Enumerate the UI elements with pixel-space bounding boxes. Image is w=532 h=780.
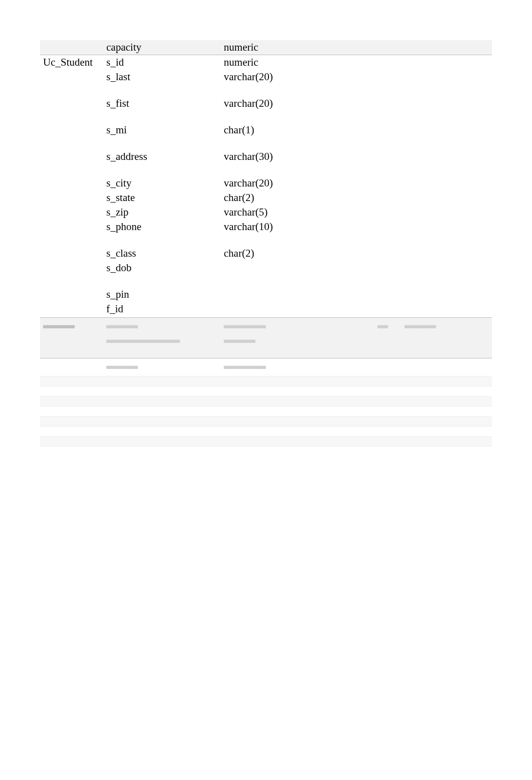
cell-d — [402, 70, 492, 96]
table-row: s_fistvarchar(20) — [40, 96, 492, 123]
cell-table — [40, 302, 103, 316]
cell-d — [402, 40, 492, 55]
cell-type: varchar(10) — [221, 220, 320, 246]
cell-field: f_id — [103, 302, 221, 316]
cell-table — [40, 96, 103, 123]
document-page: capacitynumericUc_Students_idnumerics_la… — [0, 0, 532, 456]
cell-a — [320, 190, 347, 205]
cell-table — [40, 149, 103, 176]
cell-d — [402, 96, 492, 123]
cell-c — [374, 287, 401, 302]
cell-a — [320, 261, 347, 287]
cell-d — [402, 190, 492, 205]
faded-row: ▬▬▬▬▬▬▬▬▬▬ — [40, 332, 492, 347]
table-row: s_michar(1) — [40, 123, 492, 149]
cell-b — [347, 96, 374, 123]
cell-table — [40, 40, 103, 55]
cell-c — [374, 220, 401, 246]
cell-a — [320, 287, 347, 302]
cell-c — [374, 149, 401, 176]
cell-d — [402, 261, 492, 287]
cell-b — [347, 261, 374, 287]
cell-type — [221, 302, 320, 316]
table-row: s_zipvarchar(5) — [40, 205, 492, 220]
cell-table — [40, 261, 103, 287]
cell-b — [347, 70, 374, 96]
cell-type: varchar(20) — [221, 70, 320, 96]
cell-type: varchar(20) — [221, 96, 320, 123]
cell-field: s_id — [103, 55, 221, 70]
cell-field: s_dob — [103, 261, 221, 287]
schema-table: capacitynumericUc_Students_idnumerics_la… — [40, 40, 492, 316]
cell-a — [320, 55, 347, 70]
cell-b — [347, 287, 374, 302]
cell-a — [320, 96, 347, 123]
cell-a — [320, 246, 347, 261]
cell-table — [40, 205, 103, 220]
cell-b — [347, 205, 374, 220]
cell-a — [320, 302, 347, 316]
cell-c — [374, 123, 401, 149]
cell-field: s_fist — [103, 96, 221, 123]
cell-c — [374, 70, 401, 96]
cell-d — [402, 287, 492, 302]
cell-d — [402, 176, 492, 190]
cell-d — [402, 149, 492, 176]
cell-table — [40, 70, 103, 96]
cell-type: char(1) — [221, 123, 320, 149]
cell-type — [221, 287, 320, 302]
cell-b — [347, 220, 374, 246]
cell-d — [402, 55, 492, 70]
cell-a — [320, 149, 347, 176]
cell-b — [347, 55, 374, 70]
cell-a — [320, 220, 347, 246]
cell-c — [374, 190, 401, 205]
cell-field: s_address — [103, 149, 221, 176]
cell-b — [347, 40, 374, 55]
cell-d — [402, 220, 492, 246]
cell-b — [347, 176, 374, 190]
cell-type: varchar(20) — [221, 176, 320, 190]
cell-field: s_mi — [103, 123, 221, 149]
table-row: s_classchar(2) — [40, 246, 492, 261]
cell-type: char(2) — [221, 246, 320, 261]
cell-d — [402, 205, 492, 220]
cell-field: s_city — [103, 176, 221, 190]
table-row: s_dob — [40, 261, 492, 287]
cell-b — [347, 149, 374, 176]
cell-field: s_pin — [103, 287, 221, 302]
cell-table — [40, 287, 103, 302]
cell-table — [40, 176, 103, 190]
cell-field: s_state — [103, 190, 221, 205]
schema-table-faded: ▬▬▬▬▬▬▬▬▬▬ ▬▬▬▬ ▬▬▬▬▬▬▬▬▬▬ ▬▬▬▬▬▬▬ — [40, 317, 492, 373]
cell-c — [374, 176, 401, 190]
cell-field: capacity — [103, 40, 221, 55]
cell-c — [374, 246, 401, 261]
cell-type: char(2) — [221, 190, 320, 205]
table-row: s_phonevarchar(10) — [40, 220, 492, 246]
cell-field: s_class — [103, 246, 221, 261]
cell-type: varchar(5) — [221, 205, 320, 220]
cell-type: varchar(30) — [221, 149, 320, 176]
cell-c — [374, 55, 401, 70]
table-row: capacitynumeric — [40, 40, 492, 55]
cell-type: numeric — [221, 40, 320, 55]
faded-row: ▬▬▬▬▬▬▬▬▬▬ ▬▬▬▬ — [40, 318, 492, 333]
faded-row — [40, 347, 492, 358]
cell-c — [374, 96, 401, 123]
cell-b — [347, 246, 374, 261]
empty-striped-rows — [40, 376, 492, 456]
cell-d — [402, 123, 492, 149]
cell-table: Uc_Student — [40, 55, 103, 70]
table-row: s_addressvarchar(30) — [40, 149, 492, 176]
cell-a — [320, 176, 347, 190]
table-row: Uc_Students_idnumeric — [40, 55, 492, 70]
cell-field: s_phone — [103, 220, 221, 246]
cell-type — [221, 261, 320, 287]
cell-field: s_zip — [103, 205, 221, 220]
cell-field: s_last — [103, 70, 221, 96]
cell-b — [347, 123, 374, 149]
cell-a — [320, 205, 347, 220]
cell-type: numeric — [221, 55, 320, 70]
faded-row: ▬▬▬▬▬▬▬ — [40, 358, 492, 373]
